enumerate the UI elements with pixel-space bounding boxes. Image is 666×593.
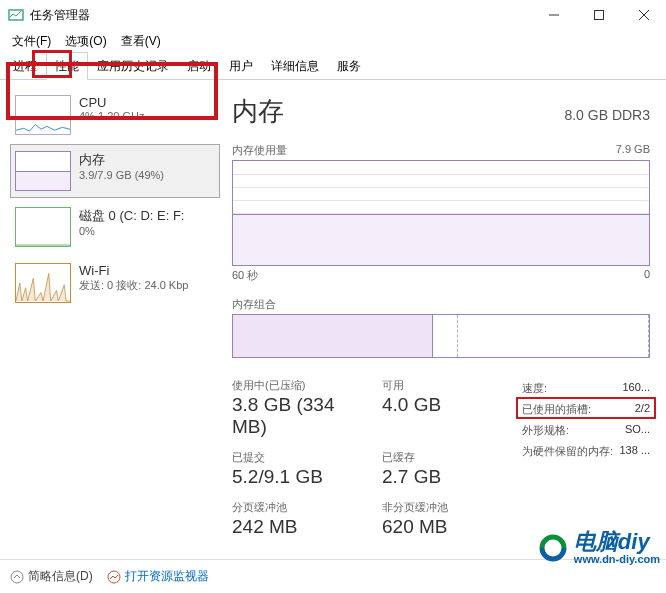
svg-rect-2 xyxy=(594,11,603,20)
wifi-name: Wi-Fi xyxy=(79,263,188,278)
disk-thumb xyxy=(15,207,71,247)
watermark-brand: 电脑diy xyxy=(574,531,660,553)
nonpaged-label: 非分页缓冲池 xyxy=(382,500,502,515)
slots-key: 已使用的插槽: xyxy=(522,402,591,417)
cpu-name: CPU xyxy=(79,95,144,110)
watermark: 电脑diy www.dn-diy.com xyxy=(536,531,660,565)
cpu-thumb xyxy=(15,95,71,135)
memory-name: 内存 xyxy=(79,151,164,169)
capacity-label: 8.0 GB DDR3 xyxy=(564,107,650,123)
tab-details[interactable]: 详细信息 xyxy=(262,52,328,80)
tab-performance[interactable]: 性能 xyxy=(46,52,88,80)
close-button[interactable] xyxy=(621,0,666,30)
chevron-up-icon xyxy=(10,570,24,584)
slots-val: 2/2 xyxy=(635,402,650,417)
disk-name: 磁盘 0 (C: D: E: F: xyxy=(79,207,184,225)
main-panel: 内存 8.0 GB DDR3 内存使用量 7.9 GB 60 秒 0 内存组合 xyxy=(220,80,666,560)
tabs: 进程 性能 应用历史记录 启动 用户 详细信息 服务 xyxy=(0,52,666,80)
xaxis-right: 0 xyxy=(644,268,650,283)
wifi-thumb xyxy=(15,263,71,303)
speed-val: 160... xyxy=(622,381,650,396)
cpu-sub: 4% 1.20 GHz xyxy=(79,110,144,122)
memory-thumb xyxy=(15,151,71,191)
in-use-value: 3.8 GB (334 MB) xyxy=(232,394,352,438)
paged-label: 分页缓冲池 xyxy=(232,500,352,515)
memory-usage-graph[interactable] xyxy=(232,160,650,266)
xaxis-left: 60 秒 xyxy=(232,268,258,283)
titlebar: 任务管理器 xyxy=(0,0,666,30)
disk-sub: 0% xyxy=(79,225,184,237)
tab-users[interactable]: 用户 xyxy=(220,52,262,80)
sidebar-item-memory[interactable]: 内存 3.9/7.9 GB (49%) xyxy=(10,144,220,198)
nonpaged-value: 620 MB xyxy=(382,516,502,538)
cached-value: 2.7 GB xyxy=(382,466,502,488)
speed-key: 速度: xyxy=(522,381,547,396)
paged-value: 242 MB xyxy=(232,516,352,538)
usage-max: 7.9 GB xyxy=(616,143,650,158)
info-table: 速度:160... 已使用的插槽:2/2 外形规格:SO... 为硬件保留的内存… xyxy=(522,378,650,550)
menu-file[interactable]: 文件(F) xyxy=(6,31,57,52)
menubar: 文件(F) 选项(O) 查看(V) xyxy=(0,30,666,52)
watermark-logo-icon xyxy=(536,531,570,565)
memory-sub: 3.9/7.9 GB (49%) xyxy=(79,169,164,181)
watermark-url: www.dn-diy.com xyxy=(574,553,660,565)
composition-label: 内存组合 xyxy=(232,297,276,312)
sidebar-item-disk[interactable]: 磁盘 0 (C: D: E: F: 0% xyxy=(10,200,220,254)
menu-view[interactable]: 查看(V) xyxy=(115,31,167,52)
available-value: 4.0 GB xyxy=(382,394,502,416)
tab-app-history[interactable]: 应用历史记录 xyxy=(88,52,178,80)
form-key: 外形规格: xyxy=(522,423,569,438)
resmon-icon xyxy=(107,570,121,584)
menu-options[interactable]: 选项(O) xyxy=(59,31,112,52)
cached-label: 已缓存 xyxy=(382,450,502,465)
app-icon xyxy=(8,7,24,23)
svg-point-6 xyxy=(11,571,23,583)
brief-toggle[interactable]: 简略信息(D) xyxy=(10,568,93,585)
open-resmon-link[interactable]: 打开资源监视器 xyxy=(107,568,209,585)
wifi-sub: 发送: 0 接收: 24.0 Kbp xyxy=(79,278,188,293)
minimize-button[interactable] xyxy=(531,0,576,30)
form-val: SO... xyxy=(625,423,650,438)
committed-value: 5.2/9.1 GB xyxy=(232,466,352,488)
in-use-label: 使用中(已压缩) xyxy=(232,378,352,393)
tab-startup[interactable]: 启动 xyxy=(178,52,220,80)
tab-processes[interactable]: 进程 xyxy=(4,52,46,80)
maximize-button[interactable] xyxy=(576,0,621,30)
available-label: 可用 xyxy=(382,378,502,393)
page-title: 内存 xyxy=(232,94,284,129)
memory-composition-graph[interactable] xyxy=(232,314,650,358)
sidebar-item-cpu[interactable]: CPU 4% 1.20 GHz xyxy=(10,88,220,142)
usage-label: 内存使用量 xyxy=(232,143,287,158)
window-title: 任务管理器 xyxy=(30,7,531,24)
committed-label: 已提交 xyxy=(232,450,352,465)
reserved-key: 为硬件保留的内存: xyxy=(522,444,613,459)
tab-services[interactable]: 服务 xyxy=(328,52,370,80)
sidebar: CPU 4% 1.20 GHz 内存 3.9/7.9 GB (49%) 磁盘 0… xyxy=(0,80,220,560)
sidebar-item-wifi[interactable]: Wi-Fi 发送: 0 接收: 24.0 Kbp xyxy=(10,256,220,310)
reserved-val: 138 ... xyxy=(619,444,650,459)
